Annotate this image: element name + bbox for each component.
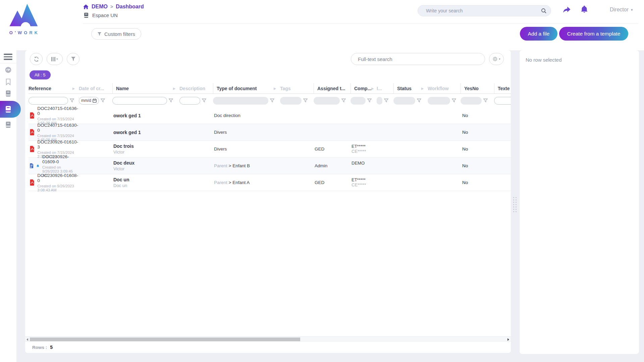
refresh-icon: [34, 56, 39, 62]
funnel-outline-icon[interactable]: [483, 99, 488, 103]
filter-workflow-disabled: [428, 97, 450, 105]
col-header-date[interactable]: Date of cr...: [79, 83, 112, 94]
col-header-type[interactable]: Type of document ▶: [213, 83, 280, 94]
col-header-workflow[interactable]: Workflow: [428, 83, 461, 94]
panel-resize-handle[interactable]: [513, 196, 518, 213]
pdf-file-icon: [30, 128, 35, 136]
scroll-right-arrow-icon[interactable]: [507, 338, 509, 341]
row-reference: DOC240715-01636-0: [37, 106, 79, 116]
table-header-row: Reference ▶ Date of cr... Name ▶ Descrip…: [29, 83, 511, 94]
funnel-outline-icon[interactable]: [452, 99, 456, 103]
share-icon[interactable]: [562, 6, 571, 15]
row-yesno: No: [461, 130, 494, 135]
table-row[interactable]: DOC240715-01636-0 Created on 7/15/2024 2…: [29, 107, 511, 124]
breadcrumb-home[interactable]: DEMO: [92, 4, 108, 10]
refresh-button[interactable]: [30, 53, 43, 65]
row-name-sub: Doc un: [113, 183, 179, 188]
bookmark-icon: [5, 78, 11, 85]
funnel-outline-icon[interactable]: [341, 99, 346, 103]
col-header-i[interactable]: I...: [377, 83, 393, 94]
app-logo[interactable]: O'WORK: [5, 3, 42, 35]
funnel-icon: [97, 32, 102, 36]
col-header-texte[interactable]: Texte: [494, 83, 511, 94]
filter-reference-input[interactable]: [29, 97, 68, 105]
row-yesno: No: [461, 146, 494, 152]
breadcrumb: DEMO > Dashboard: [83, 4, 144, 10]
all-count-badge[interactable]: All : 5: [30, 70, 51, 79]
funnel-outline-icon[interactable]: [417, 99, 421, 103]
funnel-outline-icon[interactable]: [367, 99, 372, 103]
col-header-name[interactable]: Name ▶: [112, 83, 179, 94]
sort-arrow-icon[interactable]: ▶: [274, 87, 276, 90]
funnel-outline-icon[interactable]: [384, 99, 388, 103]
col-header-description[interactable]: Description: [179, 83, 213, 94]
funnel-outline-icon[interactable]: [101, 99, 105, 103]
book-icon: [5, 90, 11, 97]
book-icon: [5, 106, 11, 113]
funnel-outline-icon[interactable]: [202, 99, 206, 103]
sidebar-item-documents-active[interactable]: [0, 101, 21, 118]
sidebar-item-dashboard[interactable]: [0, 66, 16, 73]
sidebar-item-archive[interactable]: [0, 121, 16, 128]
pdf-file-icon: [30, 145, 35, 153]
table-row[interactable]: DOC240715-01630-0 Created on 7/15/2024 2…: [29, 124, 511, 141]
filter-description-input[interactable]: [179, 97, 200, 105]
columns-button[interactable]: ▾: [47, 53, 63, 65]
row-type: Divers: [214, 130, 227, 135]
funnel-outline-icon[interactable]: [270, 99, 274, 103]
sidebar-item-library[interactable]: [0, 90, 16, 97]
funnel-outline-icon[interactable]: [169, 99, 173, 103]
add-file-button[interactable]: Add a file: [520, 27, 557, 41]
horizontal-scrollbar[interactable]: [25, 337, 511, 342]
table-row[interactable]: DOC230926-01610-3 Created on 7/15/2024 2…: [29, 141, 511, 158]
row-type: Enfant A: [232, 180, 250, 185]
menu-toggle-icon[interactable]: [4, 54, 12, 60]
custom-filters-button[interactable]: Custom filters: [91, 28, 141, 40]
filter-button[interactable]: [67, 53, 79, 65]
table-row[interactable]: w DOC230926-01609-0 Created on 9/26/2023…: [29, 158, 511, 174]
search-icon[interactable]: [541, 8, 547, 14]
calendar-icon[interactable]: [93, 99, 97, 103]
row-reference: DOC230926-01608-0: [37, 173, 79, 183]
notifications-bell-icon[interactable]: [580, 5, 589, 15]
col-header-assigned[interactable]: Assigned t...: [314, 83, 351, 94]
filter-texte-input[interactable]: [494, 97, 511, 105]
table-row[interactable]: DOC230926-01608-0 Created on 9/26/2023 3…: [29, 174, 511, 191]
sort-arrow-icon[interactable]: ▶: [173, 87, 175, 90]
sort-arrow-icon[interactable]: ▶: [72, 87, 75, 90]
col-header-reference[interactable]: Reference ▶: [29, 83, 79, 94]
filter-date-input[interactable]: mm/d: [79, 97, 99, 105]
user-role-label: Director: [610, 7, 629, 13]
speedometer-icon: [5, 66, 12, 73]
row-yesno: No: [461, 163, 494, 168]
chevron-down-icon: ▾: [499, 57, 500, 61]
pdf-file-icon: [30, 111, 35, 120]
home-icon[interactable]: [83, 4, 89, 9]
funnel-outline-icon[interactable]: [70, 99, 74, 103]
sort-arrow-icon[interactable]: ▶: [421, 87, 424, 90]
chevron-down-icon: ▾: [631, 8, 633, 12]
filter-name-input[interactable]: [112, 97, 167, 105]
scrollbar-thumb[interactable]: [30, 338, 300, 341]
global-search-input[interactable]: [418, 8, 541, 13]
col-header-yesno[interactable]: YesNo: [461, 83, 494, 94]
row-name: owork ged 1: [113, 113, 179, 118]
fulltext-search-input[interactable]: [351, 53, 485, 65]
user-role-menu[interactable]: Director ▾: [610, 7, 633, 13]
row-assigned: GED: [314, 180, 351, 185]
breadcrumb-current[interactable]: Dashboard: [116, 4, 144, 10]
sort-arrow-icon[interactable]: ▶: [371, 87, 374, 90]
col-header-tags[interactable]: Tags: [280, 83, 314, 94]
mountain-logo-icon: [8, 3, 39, 28]
scroll-left-arrow-icon[interactable]: [26, 338, 28, 341]
funnel-outline-icon[interactable]: [303, 99, 308, 103]
sidebar-item-bookmarks[interactable]: [0, 78, 16, 85]
col-header-company[interactable]: Comp... ▶: [351, 83, 377, 94]
row-yesno: No: [461, 180, 494, 185]
breadcrumb-separator: >: [110, 4, 113, 9]
filter-tags-disabled: [280, 97, 302, 105]
col-header-status[interactable]: Status ▶: [393, 83, 428, 94]
create-from-template-button[interactable]: Create from a template: [559, 27, 628, 41]
settings-button[interactable]: ▾: [489, 53, 504, 65]
chevron-down-icon: ▾: [56, 57, 58, 61]
